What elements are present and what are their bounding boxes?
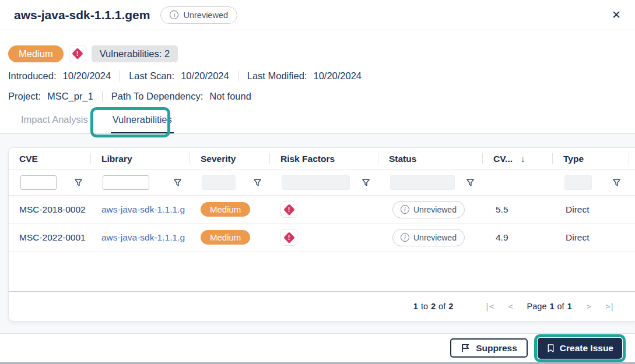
risk-diamond-icon: !: [283, 232, 295, 243]
table-header-row: CVE Library Severity Risk Factors Status…: [9, 148, 635, 170]
status-button[interactable]: i Unreviewed: [392, 201, 465, 218]
meta-value: 10/20/2024: [313, 70, 362, 82]
type-filter-input[interactable]: [564, 175, 592, 190]
vulnerabilities-panel: CVE Library Severity Risk Factors Status…: [0, 134, 635, 333]
info-icon: i: [401, 233, 409, 242]
status-button[interactable]: i Unreviewed: [392, 229, 465, 246]
info-icon: i: [401, 205, 409, 214]
filter-cell-spacer: [629, 170, 635, 195]
table-row: MSC-2022-0001 aws-java-sdk-1.1.1.g Mediu…: [9, 224, 635, 252]
page-title: aws-java-sdk-1.1.1.gem: [14, 8, 150, 22]
filter-funnel-icon[interactable]: [612, 178, 621, 187]
last-page-icon[interactable]: >|: [605, 302, 614, 311]
dependency-type: Direct: [553, 204, 629, 215]
cve-filter-input[interactable]: [20, 175, 57, 190]
filter-funnel-icon[interactable]: [362, 178, 370, 187]
cvss-score: 5.5: [483, 204, 553, 215]
filter-cell-status: [378, 170, 483, 195]
vulnerabilities-table: CVE Library Severity Risk Factors Status…: [8, 147, 635, 321]
severity-badge: Medium: [201, 202, 250, 217]
modal-header: aws-java-sdk-1.1.1.gem i Unreviewed ✕: [0, 0, 635, 30]
risk-factors-filter-input[interactable]: [282, 175, 350, 190]
meta-row-project: Project: MSC_pr_1 Path To Dependency: No…: [8, 91, 260, 102]
meta-row-dates: Introduced: 10/20/2024 Last Scan: 10/20/…: [8, 70, 370, 82]
info-icon: i: [170, 10, 178, 19]
sort-desc-icon[interactable]: ↓: [521, 154, 525, 164]
meta-last-scan: Last Scan: 10/20/2024: [120, 70, 238, 82]
severity-badge: Medium: [201, 230, 250, 245]
cve-id: MSC-2022-0001: [9, 232, 91, 243]
meta-path-to-dependency: Path To Dependency: Not found: [102, 91, 260, 102]
cvss-score: 4.9: [483, 232, 553, 243]
filter-cell-cve: [9, 170, 91, 195]
filter-cell-severity: [190, 170, 270, 195]
filter-funnel-icon[interactable]: [466, 178, 475, 187]
suppress-button[interactable]: Suppress: [450, 338, 528, 358]
library-link[interactable]: aws-java-sdk-1.1.1.g: [101, 204, 185, 214]
summary-badges: Medium ! Vulnerabilities: 2: [8, 45, 178, 62]
meta-label: Last Scan:: [129, 70, 174, 82]
meta-introduced: Introduced: 10/20/2024: [8, 70, 120, 82]
column-header-type[interactable]: Type: [553, 148, 629, 169]
tab-impact-analysis[interactable]: Impact Analysis: [19, 114, 90, 134]
pagination-range: 1 to 2 of 2: [413, 302, 453, 311]
create-issue-button[interactable]: Create Issue: [538, 338, 622, 359]
meta-last-modified: Last Modified: 10/20/2024: [238, 70, 370, 82]
filter-cell-library: [91, 170, 190, 195]
column-header-status[interactable]: Status: [378, 148, 483, 169]
dependency-type: Direct: [553, 232, 629, 243]
risk-factor-icon[interactable]: !: [280, 229, 297, 246]
risk-factor-icon[interactable]: !: [280, 201, 297, 218]
table-empty-space: [9, 252, 635, 291]
meta-label: Last Modified:: [247, 70, 307, 82]
close-icon[interactable]: ✕: [612, 9, 621, 20]
pagination-controls: |< < Page 1 of 1 > >|: [485, 302, 614, 311]
filter-cell-cvss: [483, 170, 553, 195]
filter-funnel-icon[interactable]: [74, 178, 83, 187]
status-badge[interactable]: i Unreviewed: [160, 6, 237, 24]
filter-cell-type: [553, 170, 629, 195]
next-page-icon[interactable]: >: [587, 302, 591, 311]
meta-project: Project: MSC_pr_1: [8, 91, 102, 102]
severity-filter-input[interactable]: [202, 175, 236, 190]
page-indicator: Page 1 of 1: [527, 302, 572, 311]
status-badge-label: Unreviewed: [183, 10, 228, 20]
column-header-cve[interactable]: CVE: [9, 148, 91, 169]
severity-badge: Medium: [8, 45, 64, 62]
table-row: MSC-2018-0002 aws-java-sdk-1.1.1.g Mediu…: [9, 196, 635, 224]
meta-label: Path To Dependency:: [111, 91, 203, 102]
risk-factor-icon[interactable]: !: [69, 45, 86, 62]
prev-page-icon[interactable]: <: [508, 302, 512, 311]
vulnerabilities-count-badge: Vulnerabilities: 2: [92, 45, 178, 62]
meta-value: 10/20/2024: [63, 70, 111, 82]
meta-value: Not found: [209, 91, 251, 102]
library-link[interactable]: aws-java-sdk-1.1.1.g: [101, 232, 185, 242]
risk-diamond-icon: !: [283, 204, 295, 215]
table-filter-row: [9, 170, 635, 196]
flag-icon: [461, 343, 471, 353]
cve-id: MSC-2018-0002: [9, 204, 91, 215]
dependency-details-modal: aws-java-sdk-1.1.1.gem i Unreviewed ✕ Me…: [0, 0, 635, 364]
meta-value: MSC_pr_1: [47, 91, 93, 102]
meta-label: Project:: [8, 91, 41, 102]
risk-diamond-icon: !: [72, 48, 83, 59]
status-filter-input[interactable]: [390, 175, 455, 190]
tab-bar: Impact Analysis Vulnerabilities: [19, 114, 174, 134]
first-page-icon[interactable]: |<: [485, 302, 493, 311]
column-header-severity[interactable]: Severity: [190, 148, 270, 169]
library-filter-input[interactable]: [103, 175, 149, 190]
filter-cell-risk-factors: [270, 170, 378, 195]
filter-funnel-icon[interactable]: [173, 178, 182, 187]
pagination-bar: 1 to 2 of 2 |< < Page 1 of 1 > >: [9, 291, 635, 321]
tab-vulnerabilities[interactable]: Vulnerabilities: [111, 114, 174, 134]
bookmark-icon: [546, 344, 555, 353]
column-header-cvss[interactable]: CV... ↓: [483, 148, 553, 169]
meta-value: 10/20/2024: [181, 70, 229, 82]
meta-label: Introduced:: [8, 70, 57, 82]
column-header-library[interactable]: Library: [91, 148, 190, 169]
modal-footer: Suppress Create Issue: [0, 333, 635, 362]
filter-funnel-icon[interactable]: [253, 178, 262, 187]
column-header-spacer: [629, 148, 635, 169]
column-header-risk-factors[interactable]: Risk Factors: [270, 148, 378, 169]
